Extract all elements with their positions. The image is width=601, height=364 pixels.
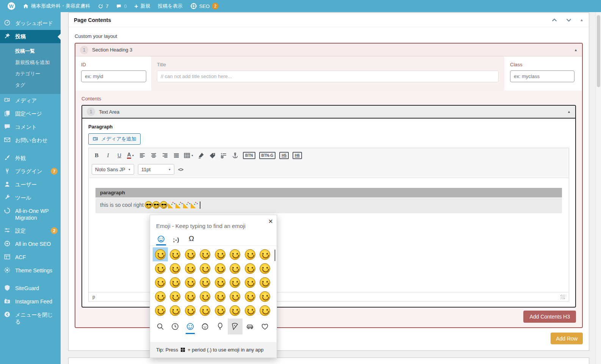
emoji-cell[interactable] — [183, 275, 198, 289]
comments-menu[interactable]: 0 — [112, 0, 130, 12]
emoji-cell[interactable] — [168, 247, 183, 261]
emoji-cell[interactable] — [228, 275, 243, 289]
italic-button[interactable]: I — [103, 150, 113, 160]
toc-button[interactable] — [219, 150, 229, 160]
emoji-cell[interactable] — [243, 303, 258, 317]
emoji-cell[interactable] — [168, 303, 183, 317]
sidebar-subitem[interactable]: タグ — [0, 80, 61, 91]
emoji-cell[interactable] — [198, 247, 213, 261]
transport-category-icon[interactable] — [243, 319, 258, 334]
table-button[interactable]: ▼ — [183, 150, 195, 160]
emoji-cell[interactable] — [153, 261, 168, 275]
emoji-cell[interactable] — [258, 275, 273, 289]
emoji-cell[interactable] — [213, 303, 228, 317]
emoji-cell[interactable] — [228, 303, 243, 317]
sidebar-item[interactable]: 設定2 — [0, 224, 61, 237]
section-toggle-icon[interactable]: ▲ — [574, 48, 578, 52]
sidebar-item[interactable]: プラグイン7 — [0, 165, 61, 178]
emoji-cell[interactable] — [183, 289, 198, 303]
sidebar-subitem[interactable]: 新規投稿を追加 — [0, 57, 61, 68]
anchor-button[interactable] — [230, 150, 240, 160]
title-input[interactable] — [157, 70, 499, 82]
sidebar-item[interactable]: 投稿 — [0, 30, 61, 43]
emoji-cell[interactable] — [213, 247, 228, 261]
emoji-cell[interactable] — [258, 247, 273, 261]
align-right-button[interactable] — [160, 150, 170, 160]
celebrations-category-icon[interactable] — [213, 319, 228, 334]
sidebar-item[interactable]: 固定ページ — [0, 107, 61, 120]
emoji-cell[interactable] — [213, 261, 228, 275]
move-down-icon[interactable] — [565, 17, 572, 23]
tag-button[interactable] — [208, 150, 218, 160]
text-area-toggle-icon[interactable]: ▲ — [567, 110, 571, 114]
tab-symbols[interactable]: Ω — [186, 234, 196, 245]
symbols-category-icon[interactable] — [258, 319, 273, 334]
sidebar-subitem[interactable]: カテゴリー — [0, 68, 61, 80]
sidebar-item[interactable]: Theme Settings — [0, 264, 61, 277]
emoji-cell[interactable] — [168, 289, 183, 303]
btn-g-shortcode-button[interactable]: BTN-G — [258, 150, 277, 160]
recent-category-icon[interactable] — [168, 319, 183, 334]
align-center-button[interactable] — [149, 150, 158, 160]
search-category-icon[interactable] — [153, 319, 168, 334]
sidebar-item[interactable]: メニューを閉じる — [0, 308, 61, 328]
emoji-cell[interactable] — [228, 261, 243, 275]
collapse-toggle-icon[interactable]: ▲ — [580, 18, 584, 22]
emoji-cell[interactable] — [183, 247, 198, 261]
new-post-menu[interactable]: + 新規 — [130, 0, 154, 12]
page-scrollbar[interactable] — [596, 12, 601, 364]
sidebar-item[interactable]: SiteGuard — [0, 282, 61, 295]
emoji-cell[interactable] — [198, 261, 213, 275]
source-code-button[interactable]: <> — [178, 167, 183, 172]
sidebar-item[interactable]: 外観 — [0, 152, 61, 165]
align-left-button[interactable] — [137, 150, 147, 160]
sidebar-item[interactable]: コメント — [0, 120, 61, 134]
scrollbar-thumb[interactable] — [597, 15, 600, 87]
sidebar-subitem[interactable]: 投稿一覧 — [0, 45, 61, 57]
emoji-cell[interactable] — [153, 275, 168, 289]
sidebar-item[interactable]: ダッシュボード — [0, 17, 61, 30]
id-input[interactable] — [81, 70, 146, 82]
smileys-category-icon[interactable] — [183, 319, 198, 334]
bold-button[interactable]: B — [92, 150, 102, 160]
emoji-cell[interactable] — [213, 275, 228, 289]
emoji-cell[interactable] — [258, 289, 273, 303]
sidebar-item[interactable]: All-in-One WP Migration — [0, 205, 61, 224]
font-size-select[interactable]: 11pt▼ — [138, 164, 174, 175]
text-color-button[interactable]: A▼ — [126, 150, 136, 160]
emoji-cell[interactable] — [258, 303, 273, 317]
food-category-icon[interactable] — [228, 319, 243, 334]
underline-button[interactable]: U — [114, 150, 124, 160]
tab-emoji[interactable] — [156, 235, 166, 245]
add-contents-button[interactable]: Add Contents H3 — [523, 311, 576, 323]
emoji-cell[interactable] — [243, 289, 258, 303]
wp-logo-menu[interactable]: W — [4, 0, 19, 12]
justify-button[interactable] — [171, 150, 181, 160]
emoji-cell[interactable] — [213, 289, 228, 303]
h6-button[interactable]: H6 — [291, 150, 303, 160]
emoji-cell[interactable] — [153, 247, 168, 261]
updates-menu[interactable]: 7 — [94, 0, 112, 12]
site-name-link[interactable]: 橋本形成外科・美容皮膚科 — [19, 0, 94, 12]
text-area-header[interactable]: 1 Text Area ▲ — [82, 106, 575, 119]
sidebar-item[interactable]: ユーザー — [0, 178, 61, 191]
sidebar-item[interactable]: ツール — [0, 191, 61, 205]
people-category-icon[interactable] — [198, 319, 213, 334]
emoji-cell[interactable] — [183, 303, 198, 317]
emoji-cell[interactable] — [243, 261, 258, 275]
sidebar-item[interactable]: お問い合わせ — [0, 134, 61, 147]
add-row-button[interactable]: Add Row — [551, 333, 583, 344]
resize-handle[interactable] — [560, 295, 565, 299]
emoji-cell[interactable] — [198, 303, 213, 317]
emoji-cell[interactable] — [198, 275, 213, 289]
emoji-cell[interactable] — [228, 247, 243, 261]
move-up-icon[interactable] — [551, 17, 558, 23]
tab-kaomoji[interactable]: ;-) — [171, 237, 181, 245]
emoji-cell[interactable] — [258, 261, 273, 275]
h5-button[interactable]: H5 — [278, 150, 290, 160]
emoji-cell[interactable] — [168, 261, 183, 275]
emoji-cell[interactable] — [153, 289, 168, 303]
sidebar-item[interactable]: ACF — [0, 251, 61, 264]
emoji-cell[interactable] — [243, 247, 258, 261]
emoji-cell[interactable] — [153, 303, 168, 317]
